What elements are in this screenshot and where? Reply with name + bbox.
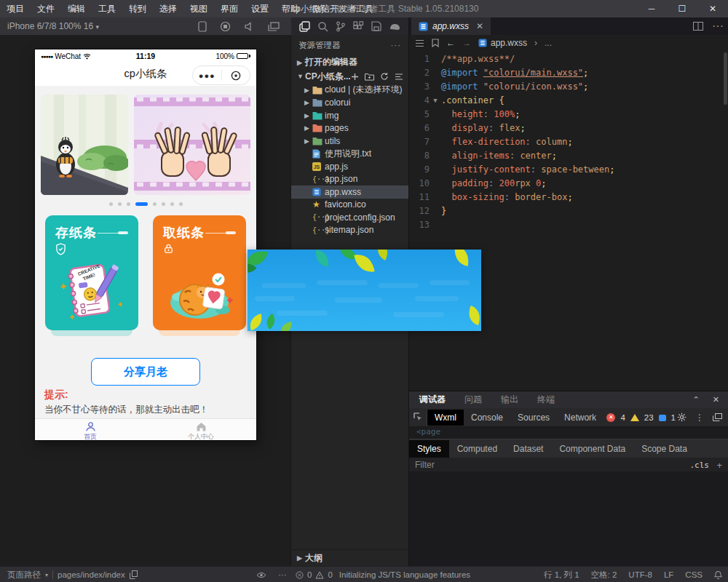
tree-item-img[interactable]: ▶img: [291, 109, 408, 122]
menu-item-0[interactable]: 项目: [0, 0, 31, 17]
tab-close-icon[interactable]: ✕: [476, 21, 483, 31]
open-editors-section[interactable]: ▶打开的编辑器: [291, 55, 408, 69]
save-icon[interactable]: [371, 21, 381, 31]
new-file-icon[interactable]: [351, 73, 359, 81]
project-root[interactable]: ▼CP小纸条...: [291, 69, 408, 84]
close-button[interactable]: ✕: [697, 0, 728, 17]
eye-icon[interactable]: [256, 572, 266, 578]
share-matchmaker-button[interactable]: 分享月老: [91, 358, 200, 386]
forward-icon[interactable]: →: [462, 38, 471, 48]
multi-window-icon[interactable]: [268, 22, 280, 31]
styles-tab-scope-data[interactable]: Scope Data: [633, 440, 695, 458]
filter-input[interactable]: Filter: [415, 460, 435, 470]
problems-warning-count[interactable]: 0: [328, 570, 332, 579]
device-selector[interactable]: iPhone 6/7/8 100% 16 ▾: [7, 17, 99, 36]
menu-item-5[interactable]: 选择: [153, 0, 183, 17]
menu-item-6[interactable]: 视图: [183, 0, 214, 17]
statusbar-item-4[interactable]: CSS: [685, 570, 703, 579]
devtools-menu-icon[interactable]: ⋮: [695, 412, 704, 423]
warning-count[interactable]: 23: [644, 413, 654, 422]
page-path-selector[interactable]: 页面路径: [7, 570, 41, 581]
split-editor-icon[interactable]: [693, 22, 703, 31]
add-style-icon[interactable]: +: [716, 460, 722, 471]
breadcrumb-more[interactable]: ...: [545, 38, 552, 48]
devtools-tab-sources[interactable]: Sources: [510, 410, 557, 426]
close-panel-icon[interactable]: ✕: [713, 395, 719, 404]
git-branch-icon[interactable]: [336, 21, 346, 32]
record-icon[interactable]: [220, 21, 231, 32]
styles-tab-styles[interactable]: Styles: [409, 440, 449, 458]
panel-tab-1[interactable]: 问题: [464, 394, 482, 406]
back-icon[interactable]: ←: [446, 38, 455, 48]
page-path-value[interactable]: pages/index/index: [58, 570, 125, 579]
tree-item-pages[interactable]: ▶pages: [291, 122, 408, 135]
minimize-button[interactable]: ─: [636, 0, 667, 17]
menu-item-2[interactable]: 编辑: [61, 0, 92, 17]
panel-tab-2[interactable]: 输出: [501, 394, 518, 406]
store-note-card[interactable]: 存纸条: [45, 215, 138, 330]
maximize-button[interactable]: ☐: [667, 0, 697, 17]
devtools-tab-console[interactable]: Console: [464, 410, 510, 426]
devtools-tab-wxml[interactable]: Wxml: [427, 410, 464, 426]
menu-item-8[interactable]: 设置: [245, 0, 275, 17]
styles-tab-computed[interactable]: Computed: [449, 440, 505, 458]
bookmark-icon[interactable]: [432, 39, 439, 47]
take-note-card[interactable]: 取纸条: [153, 215, 246, 330]
statusbar-item-0[interactable]: 行 1, 列 1: [544, 570, 579, 581]
styles-tab-component-data[interactable]: Component Data: [551, 440, 633, 458]
fold-gutter[interactable]: ▼: [430, 94, 441, 108]
devtools-tab-network[interactable]: Network: [557, 410, 604, 426]
extensions-icon[interactable]: [353, 21, 364, 32]
editor-scrollbar[interactable]: [724, 52, 727, 105]
copy-path-icon[interactable]: [130, 570, 138, 579]
tab-profile[interactable]: 个人中心: [146, 419, 256, 440]
capsule-close-icon[interactable]: [222, 70, 250, 81]
tree-item-utils[interactable]: ▶utils: [291, 135, 408, 148]
tab-home[interactable]: 首页: [35, 419, 146, 440]
tree-item-app.wxss[interactable]: app.wxss: [291, 186, 408, 199]
collapse-panel-icon[interactable]: ⌃: [693, 395, 700, 404]
collapse-folders-icon[interactable]: [395, 73, 403, 81]
tree-item-app.json[interactable]: {··}app.json: [291, 173, 408, 186]
brush-icon[interactable]: [389, 22, 400, 31]
statusbar-item-3[interactable]: LF: [664, 570, 673, 579]
panel-tab-0[interactable]: 调试器: [419, 394, 446, 406]
tree-item-favicon.ico[interactable]: ★favicon.ico: [291, 199, 408, 212]
breadcrumb-file[interactable]: app.wxss: [491, 38, 527, 48]
phone-rotate-icon[interactable]: [198, 21, 207, 32]
panel-tab-3[interactable]: 终端: [537, 394, 555, 406]
statusbar-item-1[interactable]: 空格: 2: [591, 570, 617, 581]
more-actions-icon[interactable]: ···: [712, 20, 724, 33]
devtools-popout-icon[interactable]: [713, 413, 722, 421]
tree-item-sitemap.json[interactable]: {··}sitemap.json: [291, 224, 408, 237]
menu-item-7[interactable]: 界面: [214, 0, 245, 17]
tree-item--.txt[interactable]: 使用说明.txt: [291, 148, 408, 161]
capsule-more-icon[interactable]: ●●●: [193, 68, 221, 84]
inspect-element-icon[interactable]: [409, 409, 427, 426]
info-count[interactable]: 1: [671, 413, 676, 422]
menu-item-3[interactable]: 工具: [92, 0, 122, 17]
tree-item-app.js[interactable]: JSapp.js: [291, 160, 408, 173]
new-folder-icon[interactable]: [365, 73, 374, 81]
carousel-image-current[interactable]: [134, 95, 250, 195]
devtools-settings-icon[interactable]: [677, 412, 687, 422]
statusbar-more-icon[interactable]: ···: [278, 570, 287, 579]
search-icon[interactable]: [317, 21, 328, 32]
files-icon[interactable]: [299, 21, 310, 32]
tree-item-project.config.json[interactable]: {··}project.config.json: [291, 211, 408, 224]
styles-tab-dataset[interactable]: Dataset: [505, 440, 551, 458]
bell-icon[interactable]: [714, 570, 722, 580]
cls-toggle[interactable]: .cls: [690, 461, 710, 470]
tree-item-cloud-[interactable]: ▶cloud | (未选择环境): [291, 84, 408, 97]
problems-error-count[interactable]: 0: [307, 570, 312, 579]
error-count[interactable]: 4: [620, 413, 625, 422]
tab-app-wxss[interactable]: app.wxss ✕: [411, 17, 491, 35]
outline-section[interactable]: ▶大纲: [291, 549, 408, 566]
refresh-icon[interactable]: [380, 72, 389, 81]
explorer-more-icon[interactable]: ···: [391, 41, 402, 49]
statusbar-item-2[interactable]: UTF-8: [628, 570, 652, 579]
outline-list-icon[interactable]: [415, 39, 424, 47]
mute-icon[interactable]: [244, 22, 255, 31]
code-lines[interactable]: 1/**app.wxss**/2@import "colorui/main.wx…: [409, 52, 722, 391]
menu-item-4[interactable]: 转到: [122, 0, 153, 17]
